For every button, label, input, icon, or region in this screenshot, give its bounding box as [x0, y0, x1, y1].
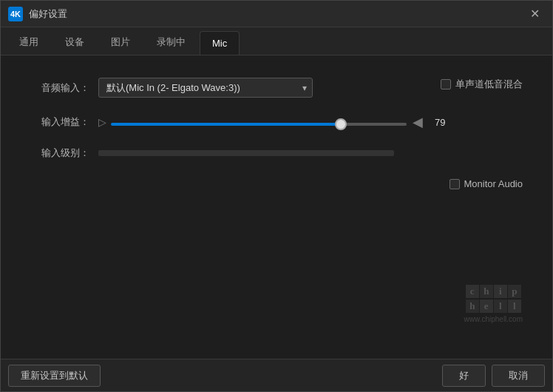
window-title: 偏好设置: [29, 7, 67, 21]
audio-input-row: 音频输入： 默认(Mic In (2- Elgato Wave:3)) ▾ 单声…: [30, 78, 523, 98]
gain-row: 输入增益： ▷ ◀ 79: [30, 114, 523, 130]
gain-label: 输入增益：: [30, 115, 89, 129]
tab-images[interactable]: 图片: [98, 29, 143, 55]
tab-general[interactable]: 通用: [7, 29, 51, 55]
reset-button[interactable]: 重新设置到默认: [8, 365, 101, 387]
ok-button[interactable]: 好: [442, 365, 486, 387]
preferences-window: 4K 偏好设置 ✕ 通用 设备 图片 录制中 Mic 音频输入： 默认(Mic …: [0, 0, 553, 392]
volume-low-icon: ▷: [98, 116, 106, 128]
footer-right: 好 取消: [442, 365, 545, 387]
close-button[interactable]: ✕: [524, 4, 545, 24]
title-bar-left: 4K 偏好设置: [8, 7, 67, 21]
content-area: 音频输入： 默认(Mic In (2- Elgato Wave:3)) ▾ 单声…: [1, 55, 552, 359]
audio-input-select-wrapper: 默认(Mic In (2- Elgato Wave:3)) ▾: [98, 78, 313, 98]
level-bar-outer: [98, 150, 394, 156]
tab-recording[interactable]: 录制中: [144, 29, 198, 55]
audio-input-select[interactable]: 默认(Mic In (2- Elgato Wave:3)): [98, 78, 313, 98]
gain-value: 79: [435, 117, 457, 128]
mono-mix-label: 单声道低音混合: [455, 78, 523, 91]
gain-slider[interactable]: [111, 123, 407, 126]
cancel-button[interactable]: 取消: [492, 365, 545, 387]
monitor-checkbox-item[interactable]: Monitor Audio: [449, 178, 523, 189]
monitor-audio-checkbox[interactable]: [449, 179, 460, 189]
mono-mix-checkbox[interactable]: [441, 79, 451, 89]
footer: 重新设置到默认 好 取消: [1, 359, 552, 391]
mono-mix-checkbox-item[interactable]: 单声道低音混合: [441, 78, 523, 91]
tab-bar: 通用 设备 图片 录制中 Mic: [1, 27, 552, 55]
mono-mix-group: 单声道低音混合: [441, 78, 523, 91]
tab-devices[interactable]: 设备: [52, 29, 97, 55]
audio-input-label: 音频输入：: [30, 81, 89, 95]
level-label: 输入级别：: [30, 146, 89, 160]
title-bar: 4K 偏好设置 ✕: [1, 1, 552, 27]
volume-high-icon: ◀: [413, 114, 423, 130]
gain-slider-container: [111, 115, 407, 129]
monitor-audio-group: Monitor Audio: [449, 178, 523, 189]
app-icon: 4K: [8, 7, 23, 21]
tab-mic[interactable]: Mic: [200, 31, 240, 55]
level-row: 输入级别： Monitor Audio: [30, 146, 523, 160]
footer-left: 重新设置到默认: [8, 365, 101, 387]
watermark: c h i p h e l l www.chiphell.com: [464, 285, 523, 323]
monitor-audio-label: Monitor Audio: [464, 178, 523, 189]
watermark-url: www.chiphell.com: [464, 315, 523, 323]
